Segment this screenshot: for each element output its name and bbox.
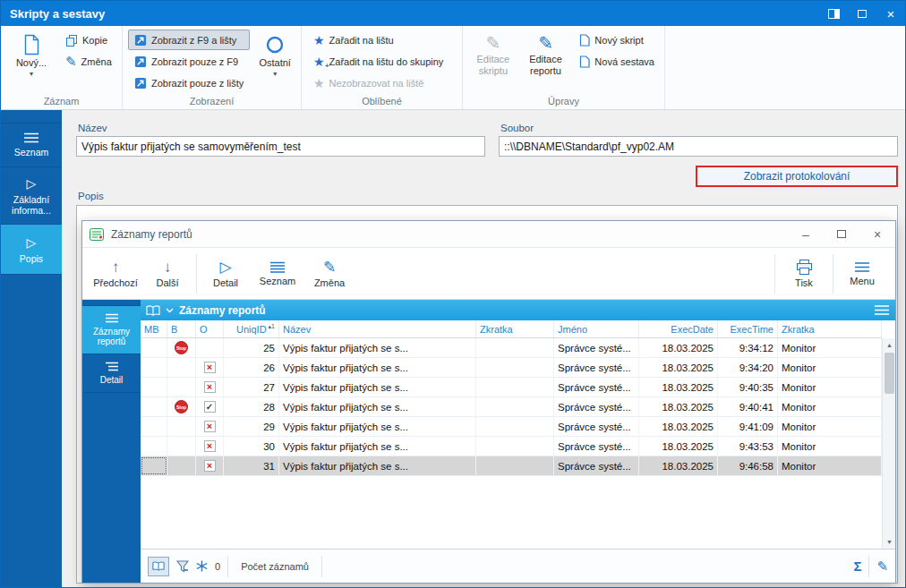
- column-header[interactable]: Jméno: [554, 320, 639, 337]
- error-cross-icon: ×: [204, 460, 216, 472]
- editace-skriptu-button[interactable]: ✎ Editace skriptu: [468, 30, 518, 92]
- column-header[interactable]: ExecTime: [718, 320, 778, 337]
- zobrazit-protokolovani-button[interactable]: Zobrazit protokolování: [696, 166, 898, 187]
- zaradit-na-listu-button[interactable]: ★ Zařadit na lištu: [307, 30, 449, 50]
- list-icon: [105, 313, 119, 323]
- checked-checkbox-icon: ✓: [204, 401, 216, 413]
- predchozi-button[interactable]: ↑ Předchozí: [90, 251, 141, 297]
- dalsi-label: Další: [156, 277, 178, 288]
- column-header[interactable]: Název: [279, 320, 476, 337]
- zobrazit-pouze-listy-label: Zobrazit pouze z lišty: [151, 78, 244, 89]
- cell: [141, 456, 167, 475]
- grid-menu-icon[interactable]: [874, 304, 890, 316]
- menu-button[interactable]: Menu: [836, 251, 888, 297]
- scroll-down-icon[interactable]: ▼: [883, 535, 895, 549]
- dialog-sidebar-item-zaznamy[interactable]: Záznamy reportů: [82, 305, 141, 354]
- sidebar-item-seznam[interactable]: Seznam: [1, 123, 62, 167]
- printer-icon: [796, 260, 813, 275]
- scrollbar-thumb[interactable]: [885, 353, 894, 394]
- column-header[interactable]: UniqID▴1: [224, 320, 279, 337]
- column-header[interactable]: ExecDate: [639, 320, 718, 337]
- dialog-close-icon[interactable]: ×: [859, 221, 895, 247]
- ribbon-group-upravy: ✎ Editace skriptu ✎ Editace reportu Nový…: [463, 26, 665, 109]
- zmena-label: Změna: [81, 56, 112, 67]
- ostatni-label: Ostatní: [259, 57, 290, 69]
- cell: Správce systé...: [554, 437, 639, 456]
- cell: ✓: [196, 397, 224, 416]
- zobrazit-pouze-f9-button[interactable]: Zobrazit pouze z F9: [128, 51, 250, 72]
- nazev-input[interactable]: [76, 136, 485, 157]
- detail-button[interactable]: ▷ Detail: [200, 251, 252, 297]
- seznam-button[interactable]: Seznam: [252, 251, 303, 297]
- sidebar-item-zakladni-informace[interactable]: ▷ Základní informa...: [1, 167, 62, 225]
- maximize-icon[interactable]: [848, 1, 876, 26]
- table-row[interactable]: ×31Výpis faktur přijatých se s...Správce…: [141, 456, 882, 476]
- zmena-button[interactable]: ✎ Změna: [303, 251, 355, 297]
- cell: 18.03.2025: [639, 378, 718, 396]
- filter-icon[interactable]: [176, 560, 189, 573]
- zaradit-do-skupiny-label: Zařadit na lištu do skupiny: [329, 56, 444, 67]
- statusbar-separator: [868, 556, 869, 577]
- cell: Správce systé...: [554, 456, 639, 475]
- cell: 18.03.2025: [639, 397, 718, 416]
- table-row[interactable]: ×29Výpis faktur přijatých se s...Správce…: [141, 417, 882, 437]
- ribbon-group-oblibene: ★ Zařadit na lištu ★+ Zařadit na lištu d…: [302, 26, 463, 109]
- edit-icon[interactable]: ✎: [876, 559, 888, 573]
- chevron-down-icon[interactable]: [166, 308, 174, 313]
- column-header[interactable]: B: [167, 320, 196, 337]
- cell: ×: [196, 417, 224, 436]
- pencil-icon: ✎: [538, 34, 553, 52]
- tisk-button[interactable]: Tisk: [778, 251, 830, 297]
- grid-body: Stop25Výpis faktur přijatých se s...Sprá…: [141, 338, 882, 549]
- sidebar-item-popis[interactable]: ▷ Popis: [1, 225, 62, 275]
- table-row[interactable]: ×30Výpis faktur přijatých se s...Správce…: [141, 437, 882, 456]
- sidebar-item-label: Základní informa...: [3, 194, 60, 216]
- vertical-scrollbar[interactable]: ▲ ▼: [882, 338, 895, 549]
- soubor-input[interactable]: [499, 136, 898, 157]
- detail-triangle-icon: ▷: [27, 176, 37, 191]
- cell: Výpis faktur přijatých se s...: [279, 397, 476, 416]
- editace-reportu-label: Editace reportu: [522, 54, 570, 76]
- dialog-maximize-icon[interactable]: [824, 221, 859, 247]
- close-icon[interactable]: ×: [876, 1, 905, 26]
- view-mode-button[interactable]: [148, 557, 169, 576]
- column-header[interactable]: Zkratka: [778, 320, 882, 337]
- sidebar-item-label: Seznam: [14, 147, 49, 158]
- view-arrow-icon: [134, 34, 147, 47]
- nova-sestava-label: Nová sestava: [594, 56, 654, 67]
- pencil-disabled-icon: ✎: [485, 34, 500, 52]
- zmena-button[interactable]: ✎ Změna: [59, 51, 118, 72]
- restore-pane-icon[interactable]: [819, 1, 848, 26]
- novy-button[interactable]: Nový... ▾: [6, 30, 56, 92]
- ostatni-button[interactable]: Ostatní ▾: [252, 30, 297, 92]
- table-row[interactable]: ×26Výpis faktur přijatých se s...Správce…: [141, 358, 882, 378]
- scroll-up-icon[interactable]: ▲: [883, 338, 895, 352]
- column-header[interactable]: Zkratka: [476, 320, 554, 337]
- table-row[interactable]: Stop✓28Výpis faktur přijatých se s...Spr…: [141, 397, 882, 417]
- cell: [167, 358, 196, 377]
- table-row[interactable]: ×27Výpis faktur přijatých se s...Správce…: [141, 378, 882, 397]
- nova-sestava-button[interactable]: Nová sestava: [573, 51, 661, 72]
- kopie-button[interactable]: Kopie: [59, 30, 118, 50]
- novy-label: Nový...: [16, 57, 47, 69]
- cell: [141, 338, 167, 357]
- dialog-minimize-icon[interactable]: –: [788, 221, 824, 247]
- dalsi-button[interactable]: ↓ Další: [141, 251, 193, 297]
- table-row[interactable]: Stop25Výpis faktur přijatých se s...Sprá…: [141, 338, 882, 358]
- column-header[interactable]: MB: [141, 320, 167, 337]
- zobrazit-f9-listy-button[interactable]: Zobrazit z F9 a lišty: [128, 30, 250, 50]
- novy-skript-button[interactable]: Nový skript: [573, 30, 661, 50]
- dialog-sidebar-item-detail[interactable]: Detail: [82, 354, 141, 393]
- cell: 9:43:53: [718, 437, 778, 456]
- sum-icon[interactable]: Σ: [853, 558, 861, 574]
- column-header[interactable]: O: [196, 320, 224, 337]
- dialog-sidebar-label: Záznamy reportů: [84, 327, 139, 346]
- zobrazit-pouze-listy-button[interactable]: Zobrazit pouze z lišty: [128, 72, 250, 93]
- nazev-label: Název: [78, 123, 107, 133]
- nezobrazovat-button[interactable]: ★ Nezobrazovat na liště: [307, 72, 449, 93]
- zaradit-do-skupiny-button[interactable]: ★+ Zařadit na lištu do skupiny: [307, 51, 449, 72]
- cell: 30: [224, 437, 279, 456]
- editace-reportu-button[interactable]: ✎ Editace reportu: [521, 30, 571, 92]
- pencil-icon: ✎: [323, 260, 336, 275]
- changes-asterisk-icon[interactable]: [196, 560, 208, 572]
